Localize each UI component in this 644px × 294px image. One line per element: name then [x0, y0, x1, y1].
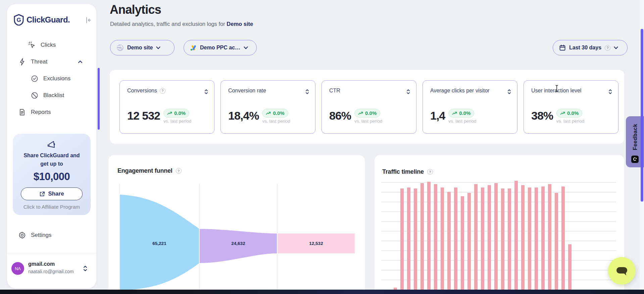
metric-select-icon[interactable]	[608, 88, 612, 95]
trend-up-icon	[266, 111, 271, 115]
avatar: NA	[11, 262, 24, 275]
engagement-funnel-card: Engagement funnel ? 65,221 24,632 12,532	[108, 155, 365, 294]
traffic-timeline-chart	[381, 180, 616, 290]
timeline-bar	[541, 186, 545, 290]
share-button-label: Share	[48, 191, 64, 197]
timeline-bar	[514, 181, 518, 290]
clickguard-logo-icon: G	[14, 14, 24, 26]
stat-value: 38%	[531, 109, 553, 122]
funnel-stage-purple	[199, 228, 277, 263]
ppc-account-value: Demo PPC ac…	[200, 45, 240, 51]
cursor-click-icon	[28, 41, 36, 49]
chevron-down-icon	[614, 46, 618, 49]
promo-text-line1: Share ClickGuard and	[13, 151, 91, 160]
stat-value: 86%	[329, 109, 351, 122]
sidebar-item-settings[interactable]: Settings	[7, 227, 96, 243]
change-badge: 0.0%	[448, 109, 474, 118]
timeline-bar	[488, 185, 491, 290]
logo-text: ClickGuard.	[27, 15, 70, 25]
promo-text-line2: get up to	[13, 160, 91, 168]
trend-up-icon	[452, 111, 457, 115]
timeline-bar	[568, 244, 572, 290]
trend-up-icon	[560, 111, 565, 115]
sidebar: G ClickGuard. Clicks Threat	[7, 4, 96, 288]
help-icon[interactable]: ?	[176, 168, 182, 174]
timeline-bar	[461, 196, 464, 290]
sidebar-item-label: Exclusions	[43, 75, 70, 82]
lightning-icon	[18, 58, 26, 66]
site-selector-value: Demo site	[127, 45, 153, 51]
trend-up-icon	[167, 111, 172, 115]
engagement-funnel-chart: 65,221 24,632 12,532	[116, 184, 365, 290]
timeline-bar	[508, 188, 511, 290]
sidebar-item-blacklist[interactable]: Blacklist	[7, 87, 96, 103]
funnel-value-label: 65,221	[152, 241, 166, 246]
timeline-title: Traffic timeline	[382, 168, 424, 175]
sidebar-item-label: Clicks	[41, 42, 56, 48]
affiliate-promo-card: Share ClickGuard and get up to $10,000 S…	[13, 134, 91, 215]
change-badge: 0.0%	[163, 109, 189, 118]
timeline-bar	[454, 187, 457, 290]
google-ads-icon	[190, 45, 197, 51]
site-selector[interactable]: Demo site	[110, 40, 175, 55]
chat-launcher-button[interactable]	[608, 257, 636, 285]
metric-select-icon[interactable]	[305, 88, 309, 95]
chat-bubble-icon	[615, 265, 629, 277]
stat-card-interaction-level: User interaction level 38% 0.0% vs. last…	[524, 80, 618, 134]
sidebar-item-label: Threat	[31, 58, 47, 65]
timeline-bar	[501, 188, 504, 290]
compare-label: vs. last period	[448, 119, 476, 124]
funnel-value-label: 12,532	[309, 241, 323, 246]
feedback-logo-icon	[631, 156, 639, 163]
collapse-sidebar-icon[interactable]	[84, 16, 92, 24]
subtitle-text: Detailed analytics, traffic and exclusio…	[110, 21, 227, 27]
timeline-bar	[467, 193, 471, 290]
text-cursor	[554, 85, 559, 92]
stat-label: Conversion rate	[228, 88, 266, 94]
timeline-bar	[434, 184, 437, 290]
ppc-account-selector[interactable]: Demo PPC ac…	[184, 40, 257, 55]
badge-check-icon	[31, 75, 39, 83]
timeline-bar	[555, 193, 558, 290]
megaphone-icon	[47, 140, 57, 150]
account-name: gmail.com	[28, 261, 55, 267]
sidebar-item-clicks[interactable]: Clicks	[7, 37, 96, 53]
account-email: naatali.ro@gmail.com	[28, 269, 74, 274]
account-switcher[interactable]: NA gmail.com naatali.ro@gmail.com	[7, 257, 96, 284]
affiliate-caption[interactable]: Click to Affiliate Program	[13, 204, 91, 210]
external-link-icon	[39, 191, 45, 197]
traffic-timeline-card: Traffic timeline ?	[375, 155, 624, 294]
scrollbar-thumb[interactable]	[641, 29, 643, 202]
timeline-bar	[447, 192, 451, 290]
sidebar-item-reports[interactable]: Reports	[7, 104, 96, 120]
stats-container: Conversions ? 12 532 0.0% vs. last perio…	[110, 70, 624, 144]
chevron-down-icon	[244, 46, 248, 49]
compare-label: vs. last period	[163, 119, 191, 124]
svg-text:G: G	[16, 17, 21, 23]
metric-select-icon[interactable]	[204, 88, 208, 95]
metric-select-icon[interactable]	[507, 88, 511, 95]
help-icon[interactable]: ?	[427, 169, 433, 175]
ban-icon	[31, 91, 39, 99]
sidebar-item-threat[interactable]: Threat	[7, 54, 96, 70]
timeline-bar	[481, 187, 484, 290]
date-range-selector[interactable]: Last 30 days ?	[553, 40, 628, 55]
sidebar-item-label: Settings	[31, 232, 51, 239]
help-icon[interactable]: ?	[160, 88, 165, 94]
metric-select-icon[interactable]	[406, 88, 410, 95]
timeline-bar	[474, 184, 478, 290]
stat-card-avg-clicks: Average clicks per visitor 1,4 0.0% vs. …	[423, 80, 517, 134]
share-button[interactable]: Share	[21, 187, 83, 200]
sidebar-item-exclusions[interactable]: Exclusions	[7, 71, 96, 87]
timeline-bar	[548, 184, 551, 290]
help-icon: ?	[605, 45, 610, 51]
change-badge: 0.0%	[556, 109, 582, 118]
timeline-bar	[407, 187, 410, 290]
stat-value: 1,4	[430, 109, 445, 122]
compare-label: vs. last period	[354, 119, 382, 124]
compare-label: vs. last period	[262, 119, 290, 124]
timeline-bar	[427, 182, 431, 290]
chevron-up-icon[interactable]	[78, 59, 83, 65]
chevron-down-icon	[156, 46, 160, 49]
select-chevrons-icon	[83, 265, 88, 272]
